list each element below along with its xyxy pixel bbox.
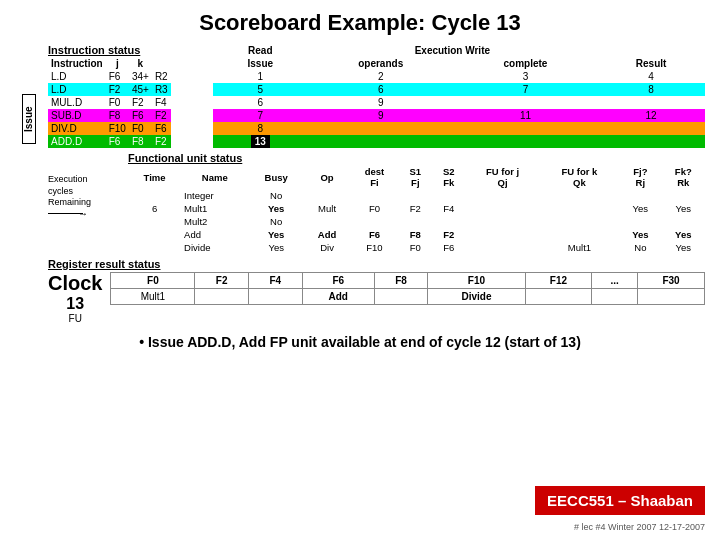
func-col-rj: Fj?Rj [619,165,661,189]
func-col-time: Time [128,165,181,189]
func-col-rk: Fk?Rk [662,165,705,189]
register-result-section: Register result status Clock 13 FU F0 F2… [48,258,705,324]
func-row-mult1: 6 Mult1 Yes Mult F0 F2 F4 Yes Yes [128,202,705,215]
func-col-op: Op [304,165,350,189]
col-exec-header: Execution Write [308,44,598,57]
pipe-row-4: 7 9 11 12 [213,109,705,122]
instr-row-2: L.D F2 45+ R3 [48,83,171,96]
col-complete: complete [454,57,597,70]
col-issue: Issue [213,57,308,70]
col-j: j [106,57,129,70]
pipe-row-1: 1 2 3 4 [213,70,705,83]
functional-unit-section: ExecutioncyclesRemaining → Functional un… [48,152,705,254]
execution-cycles-label: ExecutioncyclesRemaining [48,174,91,209]
func-row-divide: Divide Yes Div F10 F0 F6 Mult1 No Yes [128,241,705,254]
pipe-row-3: 6 9 [213,96,705,109]
register-values-row: Mult1 Add Divide [111,289,705,305]
col-result: Result [597,57,705,70]
instruction-status-title: Instruction status [48,44,208,56]
register-result-title: Register result status [48,258,705,270]
pipe-row-5: 8 [213,122,705,135]
page-title: Scoreboard Example: Cycle 13 [15,10,705,36]
col-k: k [129,57,152,70]
func-col-fj: S1Fj [399,165,432,189]
issue-label: Issue [22,94,36,144]
instr-row-1: L.D F6 34+ R2 [48,70,171,83]
func-row-integer: Integer No [128,189,705,202]
func-col-fk: S2Fk [432,165,465,189]
func-col-name: Name [181,165,248,189]
func-col-busy: Busy [248,165,303,189]
fu-label: FU [48,313,102,324]
instr-row-6: ADD.D F6 F8 F2 [48,135,171,148]
clock-label: Clock [48,272,102,295]
instr-row-4: SUB.D F8 F6 F2 [48,109,171,122]
col-read-header: Read [213,44,308,57]
page: Scoreboard Example: Cycle 13 Issue Instr… [0,0,720,540]
branding: EECC551 – Shaaban [535,486,705,515]
clock-value: 13 [48,295,102,313]
func-row-add: Add Yes Add F6 F8 F2 Yes Yes [128,228,705,241]
col-operands: operands [308,57,454,70]
func-col-qk: FU for kQk [540,165,619,189]
bullet-text: • Issue ADD.D, Add FP unit available at … [15,334,705,350]
pipe-row-6: 13 [213,135,705,148]
instr-row-3: MUL.D F0 F2 F4 [48,96,171,109]
col-instruction: Instruction [48,57,106,70]
instr-row-5: DIV.D F10 F0 F6 [48,122,171,135]
pipe-row-2: 5 6 7 8 [213,83,705,96]
footer-note: # lec #4 Winter 2007 12-17-2007 [574,522,705,532]
instruction-status-section: Instruction status Instruction j k L.D F… [48,44,705,148]
func-col-fi: destFi [350,165,398,189]
func-row-mult2: Mult2 No [128,215,705,228]
func-col-qj: FU for jQj [465,165,539,189]
functional-unit-title: Functional unit status [128,152,705,164]
